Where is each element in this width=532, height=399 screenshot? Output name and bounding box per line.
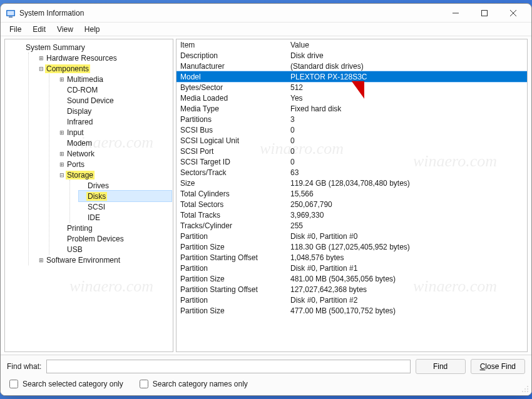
expand-icon[interactable]: ⊞ <box>58 76 66 83</box>
list-row[interactable]: SCSI Logical Unit0 <box>176 135 527 146</box>
tree-drives[interactable]: Drives <box>79 180 171 191</box>
expand-icon[interactable]: ⊞ <box>58 151 66 157</box>
list-row[interactable]: Total Tracks3,969,330 <box>176 210 527 220</box>
list-row[interactable]: ModelPLEXTOR PX-128S3C <box>176 71 527 82</box>
list-header[interactable]: ItemValue <box>176 39 527 50</box>
menu-view[interactable]: View <box>52 24 78 35</box>
list-row[interactable]: PartitionDisk #0, Partition #0 <box>176 231 527 241</box>
list-item-key: Partitions <box>176 115 287 124</box>
collapse-icon[interactable]: ⊟ <box>38 66 45 72</box>
list-item-value: 250,067,790 <box>287 200 527 209</box>
tree-disks[interactable]: Disks <box>79 191 171 201</box>
tree-sound-device[interactable]: Sound Device <box>58 95 171 106</box>
tree-scsi[interactable]: SCSI <box>79 201 171 212</box>
list-row[interactable]: DescriptionDisk drive <box>176 50 527 61</box>
list-item-value: 255 <box>287 221 527 230</box>
list-row[interactable]: Partition Starting Offset1,048,576 bytes <box>176 252 527 263</box>
search-category-names-checkbox[interactable]: Search category names only <box>137 378 248 390</box>
list-row[interactable]: SCSI Port0 <box>176 146 527 156</box>
list-item-value: Disk #0, Partition #1 <box>287 264 527 273</box>
list-item-key: Media Loaded <box>176 94 287 103</box>
list-item-value: 63 <box>287 168 527 177</box>
list-row[interactable]: PartitionDisk #0, Partition #2 <box>176 295 527 305</box>
tree-hardware-resources[interactable]: ⊞Hardware Resources <box>38 53 171 63</box>
tree-multimedia[interactable]: ⊞Multimedia <box>58 74 171 84</box>
menu-help[interactable]: Help <box>79 24 105 35</box>
minimize-button[interactable] <box>441 4 470 23</box>
list-row[interactable]: Partition Size481.00 MB (504,365,056 byt… <box>176 273 527 284</box>
maximize-button[interactable] <box>470 4 499 23</box>
list-item-value: 15,566 <box>287 189 527 198</box>
menu-edit[interactable]: Edit <box>28 24 51 35</box>
list-row[interactable]: Tracks/Cylinder255 <box>176 220 527 231</box>
list-item-key: Total Tracks <box>176 211 287 220</box>
find-button[interactable]: Find <box>416 359 466 374</box>
close-find-button[interactable]: Close Find <box>471 359 525 374</box>
list-item-value: 1,048,576 bytes <box>287 253 527 262</box>
list-row[interactable]: SCSI Target ID0 <box>176 156 527 167</box>
expand-icon[interactable]: ⊞ <box>58 129 66 136</box>
collapse-icon[interactable]: ⊟ <box>58 172 66 178</box>
list-item-key: Partition Starting Offset <box>176 285 287 294</box>
titlebar[interactable]: System Information <box>1 4 531 23</box>
tree-usb[interactable]: USB <box>58 244 171 255</box>
details-list-body[interactable]: ItemValueDescriptionDisk driveManufactur… <box>176 39 527 351</box>
tree-input[interactable]: ⊞Input <box>58 127 171 138</box>
list-row[interactable]: Sectors/Track63 <box>176 167 527 178</box>
list-item-key: Sectors/Track <box>176 168 287 177</box>
expand-icon[interactable]: ⊞ <box>38 257 45 263</box>
list-row[interactable]: Partitions3 <box>176 114 527 124</box>
resize-grip-icon[interactable] <box>520 384 530 394</box>
list-item-value: Disk #0, Partition #2 <box>287 296 527 305</box>
menu-file[interactable]: File <box>4 24 26 35</box>
close-button[interactable] <box>499 4 528 23</box>
list-item-key: SCSI Logical Unit <box>176 136 287 145</box>
list-row[interactable]: Size119.24 GB (128,034,708,480 bytes) <box>176 178 527 188</box>
list-row[interactable]: SCSI Bus0 <box>176 124 527 135</box>
expand-icon[interactable]: ⊞ <box>38 55 45 61</box>
svg-point-9 <box>524 391 526 392</box>
list-item-key: Partition Size <box>176 275 287 283</box>
tree-cdrom[interactable]: CD-ROM <box>58 84 171 95</box>
svg-point-6 <box>524 388 526 390</box>
tree-ports[interactable]: ⊞Ports <box>58 159 171 169</box>
system-information-window: System Information File Edit View Help <box>0 3 532 396</box>
expand-icon[interactable]: ⊞ <box>58 161 66 168</box>
list-row[interactable]: Bytes/Sector512 <box>176 82 527 93</box>
list-item-key: Partition Size <box>176 243 287 251</box>
tree-storage[interactable]: ⊟Storage <box>58 169 171 180</box>
tree-system-summary[interactable]: System Summary <box>17 42 171 53</box>
details-list: ItemValueDescriptionDisk driveManufactur… <box>176 39 528 352</box>
list-item-value: 481.00 MB (504,365,056 bytes) <box>287 275 527 283</box>
list-item-key: SCSI Port <box>176 147 287 156</box>
tree-network[interactable]: ⊞Network <box>58 148 171 159</box>
tree-printing[interactable]: Printing <box>58 223 171 233</box>
list-item-value: Disk #0, Partition #0 <box>287 232 527 241</box>
tree-infrared[interactable]: Infrared <box>58 116 171 127</box>
list-row[interactable]: Media TypeFixed hard disk <box>176 103 527 114</box>
tree-components[interactable]: ⊟Components <box>38 63 171 74</box>
list-row[interactable]: Partition Size477.00 MB (500,170,752 byt… <box>176 305 527 316</box>
find-input[interactable] <box>46 360 410 373</box>
search-selected-category-checkbox[interactable]: Search selected category only <box>7 378 123 390</box>
column-item[interactable]: Item <box>176 41 287 49</box>
list-row[interactable]: Partition Starting Offset127,027,642,368… <box>176 284 527 295</box>
svg-point-8 <box>522 391 523 392</box>
tree-software-environment[interactable]: ⊞Software Environment <box>38 255 171 265</box>
svg-point-7 <box>527 388 528 390</box>
list-item-key: Partition <box>176 296 287 305</box>
list-row[interactable]: Partition Size118.30 GB (127,025,405,952… <box>176 241 527 252</box>
list-row[interactable]: Media LoadedYes <box>176 93 527 103</box>
category-tree[interactable]: System Summary ⊞Hardware Resources ⊟Comp… <box>4 39 173 352</box>
column-value[interactable]: Value <box>287 41 527 49</box>
list-item-value: 3 <box>287 115 527 124</box>
tree-display[interactable]: Display <box>58 106 171 116</box>
tree-modem[interactable]: Modem <box>58 138 171 148</box>
list-row[interactable]: PartitionDisk #0, Partition #1 <box>176 263 527 273</box>
list-row[interactable]: Total Sectors250,067,790 <box>176 199 527 210</box>
list-row[interactable]: Total Cylinders15,566 <box>176 188 527 199</box>
tree-ide[interactable]: IDE <box>79 212 171 223</box>
tree-problem-devices[interactable]: Problem Devices <box>58 233 171 244</box>
list-row[interactable]: Manufacturer(Standard disk drives) <box>176 61 527 71</box>
list-item-value: 118.30 GB (127,025,405,952 bytes) <box>287 243 527 251</box>
